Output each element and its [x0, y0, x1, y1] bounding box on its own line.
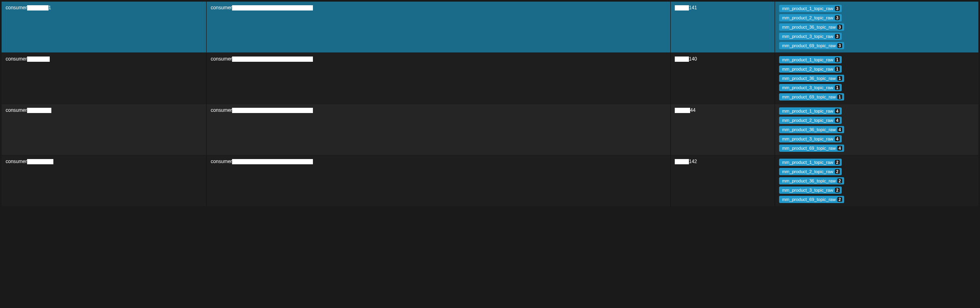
topics-cell: mm_product_1_topic_raw3mm_product_2_topi… — [775, 2, 978, 52]
host-cell: 44 — [671, 104, 775, 155]
topic-badge[interactable]: mm_product_1_topic_raw3 — [779, 5, 842, 12]
consumer-detail-cell: consumer — [207, 155, 671, 206]
consumer-prefix: consumer — [6, 5, 27, 10]
consumer-prefix: consumer — [6, 107, 27, 113]
consumer-suffix: 1 — [49, 5, 51, 10]
topic-badge[interactable]: mm_product_36_topic_raw2 — [779, 177, 844, 184]
consumer-table: consumer1consumer141mm_product_1_topic_r… — [2, 2, 978, 207]
topic-list: mm_product_1_topic_raw4mm_product_2_topi… — [779, 107, 974, 152]
consumer-detail-prefix: consumer — [211, 56, 232, 62]
topic-name: mm_product_36_topic_raw — [782, 127, 836, 132]
table-row[interactable]: consumerconsumer140mm_product_1_topic_ra… — [2, 53, 978, 104]
topic-badge[interactable]: mm_product_2_topic_raw3 — [779, 14, 842, 21]
consumer-detail-prefix: consumer — [211, 159, 232, 164]
consumer-detail-cell: consumer — [207, 53, 671, 104]
topic-name: mm_product_3_topic_raw — [782, 188, 833, 193]
redacted-box — [27, 108, 51, 113]
topic-count: 1 — [835, 67, 840, 71]
topic-count: 4 — [837, 127, 842, 132]
redacted-box — [232, 57, 313, 62]
topic-count: 2 — [837, 178, 842, 183]
topic-badge[interactable]: mm_product_1_topic_raw1 — [779, 56, 842, 63]
topic-name: mm_product_1_topic_raw — [782, 109, 833, 113]
topic-badge[interactable]: mm_product_1_topic_raw2 — [779, 159, 842, 166]
redacted-box — [232, 5, 313, 10]
topic-name: mm_product_1_topic_raw — [782, 160, 833, 165]
table-row[interactable]: consumer1consumer141mm_product_1_topic_r… — [2, 2, 978, 53]
consumer-id-cell: consumer1 — [2, 2, 207, 52]
host-suffix: 142 — [689, 159, 697, 164]
topic-badge[interactable]: mm_product_3_topic_raw4 — [779, 135, 842, 142]
topic-name: mm_product_2_topic_raw — [782, 118, 833, 123]
topic-name: mm_product_69_topic_raw — [782, 146, 836, 151]
topic-name: mm_product_69_topic_raw — [782, 43, 836, 48]
topic-badge[interactable]: mm_product_2_topic_raw4 — [779, 117, 842, 124]
topics-cell: mm_product_1_topic_raw4mm_product_2_topi… — [775, 104, 978, 155]
topic-badge[interactable]: mm_product_2_topic_raw2 — [779, 168, 842, 175]
topic-list: mm_product_1_topic_raw3mm_product_2_topi… — [779, 5, 974, 49]
consumer-id-cell: consumer — [2, 53, 207, 104]
topic-badge[interactable]: mm_product_36_topic_raw1 — [779, 75, 844, 82]
consumer-id-cell: consumer — [2, 155, 207, 206]
topic-count: 1 — [837, 94, 842, 99]
redacted-box — [27, 159, 53, 164]
topic-badge[interactable]: mm_product_69_topic_raw1 — [779, 93, 844, 101]
host-suffix: 141 — [689, 5, 697, 10]
topics-cell: mm_product_1_topic_raw2mm_product_2_topi… — [775, 155, 978, 206]
redacted-box — [675, 5, 689, 10]
topic-name: mm_product_2_topic_raw — [782, 15, 833, 20]
topic-name: mm_product_2_topic_raw — [782, 67, 833, 71]
host-cell: 141 — [671, 2, 775, 52]
topic-count: 3 — [835, 34, 840, 39]
topic-name: mm_product_36_topic_raw — [782, 178, 836, 183]
redacted-box — [232, 108, 313, 113]
consumer-detail-cell: consumer — [207, 104, 671, 155]
consumer-detail-prefix: consumer — [211, 107, 232, 113]
topic-badge[interactable]: mm_product_36_topic_raw3 — [779, 23, 844, 31]
topic-badge[interactable]: mm_product_1_topic_raw4 — [779, 107, 842, 115]
topic-name: mm_product_2_topic_raw — [782, 169, 833, 174]
topic-badge[interactable]: mm_product_2_topic_raw1 — [779, 65, 842, 73]
topic-count: 2 — [837, 197, 842, 202]
topic-badge[interactable]: mm_product_69_topic_raw3 — [779, 42, 844, 49]
topic-badge[interactable]: mm_product_3_topic_raw3 — [779, 33, 842, 40]
topic-name: mm_product_3_topic_raw — [782, 34, 833, 39]
topic-badge[interactable]: mm_product_36_topic_raw4 — [779, 126, 844, 133]
topic-count: 4 — [835, 118, 840, 123]
topic-badge[interactable]: mm_product_69_topic_raw4 — [779, 145, 844, 152]
redacted-box — [675, 159, 689, 164]
topic-count: 1 — [835, 85, 840, 90]
topic-badge[interactable]: mm_product_3_topic_raw1 — [779, 84, 842, 91]
topic-name: mm_product_1_topic_raw — [782, 6, 833, 11]
topic-badge[interactable]: mm_product_3_topic_raw2 — [779, 186, 842, 194]
topic-name: mm_product_36_topic_raw — [782, 25, 836, 29]
table-row[interactable]: consumerconsumer142mm_product_1_topic_ra… — [2, 155, 978, 207]
redacted-box — [232, 159, 313, 164]
topic-count: 1 — [835, 57, 840, 62]
topic-name: mm_product_36_topic_raw — [782, 76, 836, 81]
topic-list: mm_product_1_topic_raw2mm_product_2_topi… — [779, 159, 974, 203]
host-suffix: 44 — [690, 107, 695, 113]
topic-count: 2 — [835, 169, 840, 174]
topic-name: mm_product_1_topic_raw — [782, 57, 833, 62]
consumer-prefix: consumer — [6, 159, 27, 164]
consumer-detail-prefix: consumer — [211, 5, 232, 10]
topic-count: 4 — [837, 146, 842, 151]
topic-count: 3 — [835, 6, 840, 11]
topic-list: mm_product_1_topic_raw1mm_product_2_topi… — [779, 56, 974, 101]
topics-cell: mm_product_1_topic_raw1mm_product_2_topi… — [775, 53, 978, 104]
topic-count: 2 — [835, 160, 840, 165]
topic-count: 3 — [837, 25, 842, 29]
redacted-box — [675, 57, 689, 62]
host-cell: 140 — [671, 53, 775, 104]
topic-badge[interactable]: mm_product_69_topic_raw2 — [779, 196, 844, 203]
table-row[interactable]: consumerconsumer44mm_product_1_topic_raw… — [2, 104, 978, 155]
consumer-detail-cell: consumer — [207, 2, 671, 52]
topic-count: 3 — [835, 15, 840, 20]
topic-name: mm_product_69_topic_raw — [782, 94, 836, 99]
host-suffix: 140 — [689, 56, 697, 62]
topic-count: 1 — [837, 76, 842, 81]
redacted-box — [27, 5, 49, 10]
topic-name: mm_product_3_topic_raw — [782, 85, 833, 90]
topic-count: 2 — [835, 188, 840, 193]
